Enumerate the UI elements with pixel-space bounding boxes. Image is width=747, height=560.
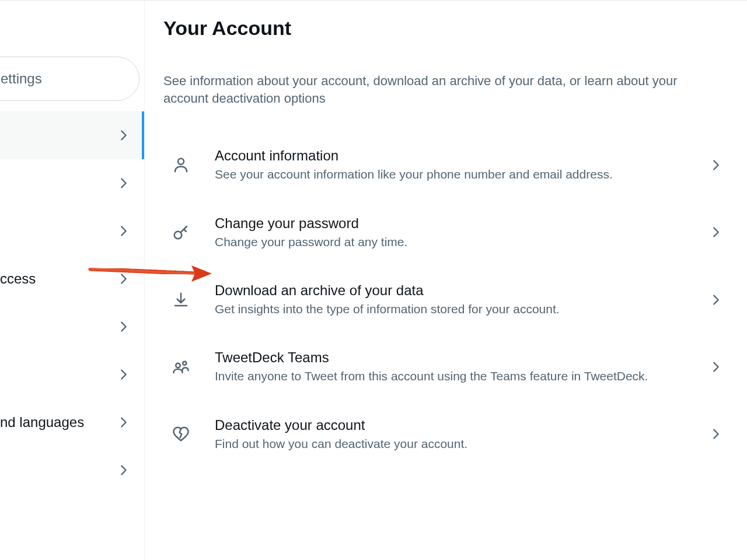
chevron-right-icon [117, 272, 130, 285]
key-icon [163, 223, 198, 241]
sidebar-item[interactable] [0, 207, 144, 255]
sidebar-item-access[interactable]: ccess [0, 255, 144, 303]
option-desc: Find out how you can deactivate your acc… [215, 436, 693, 452]
sidebar-item[interactable] [0, 159, 144, 207]
option-title: Change your password [215, 215, 693, 232]
option-deactivate-account[interactable]: Deactivate your account Find out how you… [163, 401, 728, 468]
option-change-password[interactable]: Change your password Change your passwor… [163, 199, 728, 266]
sidebar-item-your-account[interactable] [0, 111, 144, 159]
sidebar-item[interactable] [0, 351, 144, 398]
sidebar-item-languages[interactable]: nd languages [0, 398, 144, 446]
chevron-right-icon [117, 225, 130, 237]
option-desc: See your account information like your p… [215, 166, 693, 182]
option-account-information[interactable]: Account information See your account inf… [163, 131, 728, 198]
chevron-right-icon [117, 320, 130, 333]
option-title: Deactivate your account [215, 417, 693, 433]
download-icon [163, 291, 198, 309]
page-title: Your Account [163, 17, 728, 40]
option-desc: Get insights into the type of informatio… [215, 301, 693, 317]
chevron-right-icon [117, 129, 130, 142]
svg-point-2 [176, 363, 180, 368]
option-desc: Invite anyone to Tweet from this account… [215, 368, 693, 384]
sidebar-item[interactable] [0, 446, 144, 494]
person-icon [163, 156, 198, 174]
people-icon [163, 358, 198, 376]
option-desc: Change your password at any time. [215, 234, 693, 250]
main-content: Your Account See information about your … [145, 1, 747, 560]
chevron-right-icon [710, 293, 722, 306]
chevron-right-icon [710, 428, 722, 440]
chevron-right-icon [117, 464, 130, 477]
page-description: See information about your account, down… [163, 72, 689, 107]
search-settings-input[interactable]: ettings [0, 57, 139, 101]
chevron-right-icon [117, 416, 130, 429]
chevron-right-icon [710, 360, 722, 373]
heart-broken-icon [163, 425, 198, 443]
option-download-archive[interactable]: Download an archive of your data Get ins… [163, 266, 728, 333]
chevron-right-icon [710, 159, 722, 172]
chevron-right-icon [117, 177, 130, 190]
sidebar-item-label: nd languages [0, 414, 84, 430]
settings-sidebar: ettings ccess [0, 1, 145, 560]
svg-point-3 [183, 362, 186, 365]
sidebar-item[interactable] [0, 303, 144, 351]
chevron-right-icon [710, 226, 722, 239]
sidebar-item-label: ccess [0, 271, 36, 287]
sidebar-list: ccess nd languages [0, 111, 144, 494]
chevron-right-icon [117, 368, 130, 381]
search-placeholder-text: ettings [1, 71, 42, 87]
option-title: Download an archive of your data [215, 282, 693, 299]
svg-point-0 [178, 159, 184, 164]
option-title: Account information [215, 148, 693, 164]
option-title: TweetDeck Teams [215, 349, 693, 366]
option-tweetdeck-teams[interactable]: TweetDeck Teams Invite anyone to Tweet f… [163, 333, 728, 400]
